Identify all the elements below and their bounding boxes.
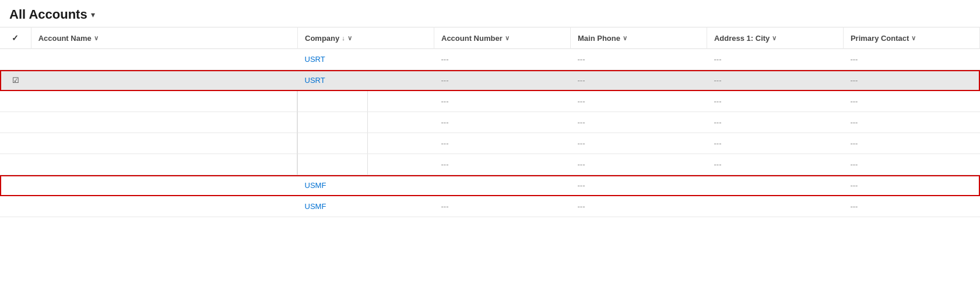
cell-account-number <box>434 175 571 196</box>
main-phone-value: --- <box>577 76 585 85</box>
col-company-sort[interactable]: ∨ <box>347 34 352 42</box>
company-link[interactable]: USRT <box>305 55 325 64</box>
cell-account-number: --- <box>434 70 571 91</box>
address-city-value: --- <box>714 139 721 148</box>
row-checkbox[interactable] <box>0 133 31 154</box>
cell-main-phone: --- <box>570 133 707 154</box>
title-dropdown-icon[interactable]: ▾ <box>91 10 95 19</box>
table-row[interactable]: USMF------------ <box>0 133 980 154</box>
company-link[interactable]: USRT <box>305 76 325 85</box>
col-account-number-sort[interactable]: ∨ <box>505 34 510 42</box>
primary-contact-value: --- <box>850 160 858 169</box>
table-row[interactable]: USMF--------- <box>0 196 980 217</box>
table-header-row: ✓ Account Name ∨ Company ↓ ∨ <box>0 27 980 49</box>
cell-primary-contact: --- <box>843 175 979 196</box>
company-link[interactable]: USMF <box>305 181 326 190</box>
col-primary-contact-sort[interactable]: ∨ <box>911 34 916 42</box>
accounts-table-container: ✓ Account Name ∨ Company ↓ ∨ <box>0 27 980 217</box>
cell-account-name <box>31 112 297 133</box>
primary-contact-value: --- <box>850 139 858 148</box>
primary-contact-value: --- <box>850 202 858 211</box>
main-phone-value: --- <box>577 55 585 64</box>
address-city-value: --- <box>714 118 721 127</box>
row-checkbox[interactable] <box>0 91 31 112</box>
address-city-value: --- <box>714 97 721 106</box>
company-link[interactable]: USMF <box>305 202 326 211</box>
col-address-city[interactable]: Address 1: City ∨ <box>707 27 843 49</box>
cell-address-city <box>707 175 843 196</box>
cell-company[interactable]: USRT <box>298 91 434 112</box>
col-main-phone-sort[interactable]: ∨ <box>623 34 627 42</box>
col-primary-contact[interactable]: Primary Contact ∨ <box>843 27 979 49</box>
cell-account-number: --- <box>434 49 571 70</box>
cell-account-name <box>31 196 297 217</box>
cell-company[interactable]: USMF <box>298 133 434 154</box>
cell-account-number: --- <box>434 91 571 112</box>
cell-account-number: --- <box>434 196 571 217</box>
row-checkbox[interactable] <box>0 154 31 175</box>
cell-account-name <box>31 49 297 70</box>
col-account-name[interactable]: Account Name ∨ <box>31 27 297 49</box>
col-main-phone[interactable]: Main Phone ∨ <box>570 27 707 49</box>
cell-main-phone: --- <box>570 70 707 91</box>
main-phone-value: --- <box>577 97 585 106</box>
cell-account-name <box>31 133 297 154</box>
address-city-value: --- <box>714 55 721 64</box>
primary-contact-value: --- <box>850 181 858 190</box>
cell-main-phone: --- <box>570 112 707 133</box>
col-company-sort-down[interactable]: ↓ <box>342 34 345 41</box>
row-checkbox[interactable] <box>0 112 31 133</box>
cell-primary-contact: --- <box>843 112 979 133</box>
cell-primary-contact: --- <box>843 70 979 91</box>
cell-address-city: --- <box>707 112 843 133</box>
col-check: ✓ <box>0 27 31 49</box>
address-city-value: --- <box>714 160 721 169</box>
table-row[interactable]: USMF------------ <box>0 154 980 175</box>
account-number-value: --- <box>441 55 449 64</box>
account-number-value: --- <box>441 160 449 169</box>
cell-primary-contact: --- <box>843 154 979 175</box>
cell-address-city: --- <box>707 91 843 112</box>
cell-company[interactable]: USRT <box>298 49 434 70</box>
check-icon[interactable]: ✓ <box>12 33 19 43</box>
row-checkbox[interactable] <box>0 175 31 196</box>
cell-company[interactable]: USMF <box>298 175 434 196</box>
table-row[interactable]: USRT------------ <box>0 49 980 70</box>
col-account-number[interactable]: Account Number ∨ <box>434 27 571 49</box>
col-account-name-sort[interactable]: ∨ <box>94 34 99 42</box>
table-row[interactable]: USMF------ <box>0 175 980 196</box>
cell-address-city: --- <box>707 70 843 91</box>
primary-contact-value: --- <box>850 55 858 64</box>
table-row[interactable]: USRT------------ <box>0 91 980 112</box>
cell-account-name <box>31 175 297 196</box>
cell-account-name <box>31 154 297 175</box>
cell-primary-contact: --- <box>843 91 979 112</box>
col-company[interactable]: Company ↓ ∨ <box>298 27 434 49</box>
cell-main-phone: --- <box>570 91 707 112</box>
cell-account-number: --- <box>434 133 571 154</box>
cell-account-name <box>31 70 297 91</box>
page-header: All Accounts ▾ <box>0 0 980 27</box>
primary-contact-value: --- <box>850 118 858 127</box>
cell-primary-contact: --- <box>843 133 979 154</box>
main-phone-value: --- <box>577 202 585 211</box>
row-checkbox[interactable] <box>0 49 31 70</box>
table-row[interactable]: ☑USRT------------ <box>0 70 980 91</box>
cell-company[interactable]: USMF <box>298 196 434 217</box>
main-phone-value: --- <box>577 160 585 169</box>
table-row[interactable]: USRT------------ <box>0 112 980 133</box>
cell-company[interactable]: USRT <box>298 70 434 91</box>
cell-company[interactable]: USMF <box>298 154 434 175</box>
row-checkbox[interactable]: ☑ <box>0 70 31 91</box>
address-city-value: --- <box>714 76 721 85</box>
cell-company[interactable]: USRT <box>298 112 434 133</box>
col-address-city-sort[interactable]: ∨ <box>772 34 777 42</box>
cell-address-city <box>707 196 843 217</box>
main-phone-value: --- <box>577 139 585 148</box>
account-number-value: --- <box>441 76 449 85</box>
col-company-label: Company <box>305 34 339 43</box>
account-number-value: --- <box>441 97 449 106</box>
cell-main-phone: --- <box>570 154 707 175</box>
row-checkbox[interactable] <box>0 196 31 217</box>
cell-address-city: --- <box>707 133 843 154</box>
